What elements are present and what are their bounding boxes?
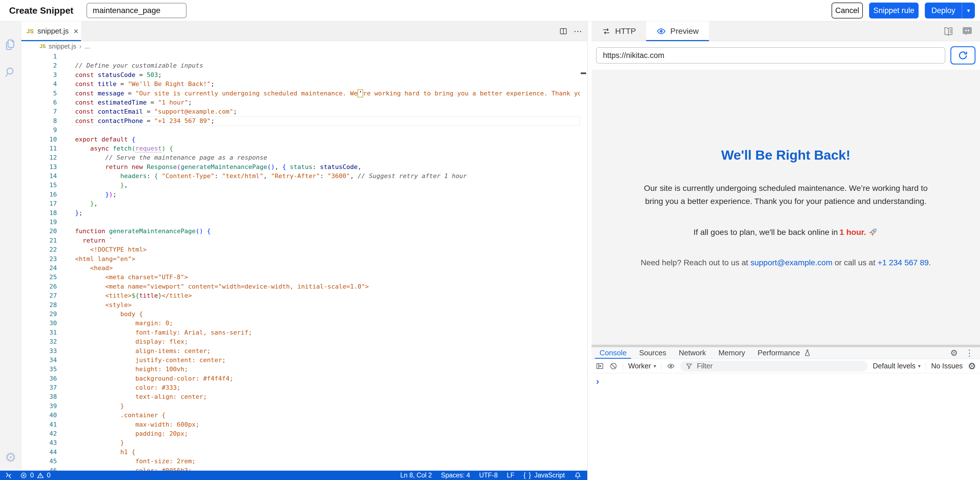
code-line[interactable]: 5const message = "Our site is currently … bbox=[21, 89, 587, 98]
code-line[interactable]: 43 } bbox=[21, 438, 587, 447]
tab-http[interactable]: HTTP bbox=[592, 21, 646, 41]
code-line[interactable]: 8const contactPhone = "+1 234 567 89"; bbox=[21, 116, 587, 125]
code-editor[interactable]: 12// Define your customizable inputs3con… bbox=[21, 51, 587, 470]
settings-gear-icon[interactable]: ⚙ bbox=[5, 451, 16, 464]
cursor-position[interactable]: Ln 8, Col 2 bbox=[400, 472, 432, 479]
code-line[interactable]: 15 }, bbox=[21, 181, 587, 190]
code-line[interactable]: 23<html lang="en"> bbox=[21, 255, 587, 264]
clear-console-icon[interactable] bbox=[609, 362, 618, 371]
code-line[interactable]: 42 padding: 20px; bbox=[21, 429, 587, 438]
code-line[interactable]: 39 } bbox=[21, 402, 587, 411]
code-line[interactable]: 24 <head> bbox=[21, 264, 587, 272]
code-line[interactable]: 46 color: #0056b3; bbox=[21, 466, 587, 470]
code-line[interactable]: 36 background-color: #f4f4f4; bbox=[21, 374, 587, 383]
funnel-filter-icon bbox=[686, 363, 693, 370]
code-line[interactable]: 11 async fetch(request) { bbox=[21, 144, 587, 153]
url-input[interactable] bbox=[596, 47, 945, 63]
code-line[interactable]: 25 <meta charset="UTF-8"> bbox=[21, 272, 587, 282]
code-line[interactable]: 13 return new Response(generateMaintenan… bbox=[21, 162, 587, 171]
filter-input[interactable] bbox=[696, 361, 862, 371]
code-line[interactable]: 34 justify-content: center; bbox=[21, 356, 587, 365]
code-line[interactable]: 22 <!DOCTYPE html> bbox=[21, 245, 587, 254]
code-line[interactable]: 21 return ` bbox=[21, 236, 587, 245]
code-line[interactable]: 17 }, bbox=[21, 199, 587, 208]
tab-preview[interactable]: Preview bbox=[646, 21, 709, 41]
code-line[interactable]: 29 body { bbox=[21, 310, 587, 319]
console-sidebar-icon[interactable] bbox=[595, 362, 604, 371]
console-context-selector[interactable]: Worker ▾ bbox=[628, 362, 656, 370]
code-line[interactable]: 45 font-size: 2rem; bbox=[21, 457, 587, 466]
code-line[interactable]: 1 bbox=[21, 52, 587, 61]
code-line[interactable]: 19 bbox=[21, 217, 587, 227]
code-line[interactable]: 20function generateMaintenancePage() { bbox=[21, 227, 587, 236]
code-line[interactable]: 10export default { bbox=[21, 135, 587, 144]
code-line[interactable]: 9 bbox=[21, 125, 587, 135]
code-line[interactable]: 32 display: flex; bbox=[21, 337, 587, 346]
code-line[interactable]: 4const title = "We'll Be Right Back!"; bbox=[21, 79, 587, 89]
support-email-link[interactable]: support@example.com bbox=[751, 258, 832, 267]
remote-indicator-icon[interactable] bbox=[5, 472, 13, 480]
refresh-button[interactable] bbox=[950, 46, 975, 65]
kebab-menu-icon[interactable]: ⋮ bbox=[965, 349, 974, 357]
code-line[interactable]: 37 color: #333; bbox=[21, 383, 587, 392]
files-icon[interactable] bbox=[4, 38, 17, 51]
breadcrumb-more[interactable]: ... bbox=[84, 43, 90, 50]
console-output[interactable]: › bbox=[592, 373, 980, 480]
notifications-bell-icon[interactable] bbox=[574, 472, 582, 479]
snippet-rule-button[interactable]: Snippet rule bbox=[869, 3, 919, 19]
phone-link[interactable]: +1 234 567 89 bbox=[878, 258, 929, 267]
close-tab-icon[interactable]: × bbox=[74, 27, 79, 35]
breadcrumb-file[interactable]: snippet.js bbox=[49, 43, 76, 50]
code-line[interactable]: 35 height: 100vh; bbox=[21, 365, 587, 374]
tab-snippet-js[interactable]: JS snippet.js × bbox=[21, 21, 81, 41]
code-line[interactable]: 14 headers: { "Content-Type": "text/html… bbox=[21, 171, 587, 181]
console-prompt-chevron[interactable]: › bbox=[596, 376, 599, 386]
cancel-button[interactable]: Cancel bbox=[832, 3, 863, 19]
code-line[interactable]: 16 }); bbox=[21, 190, 587, 199]
more-actions-icon[interactable]: ⋯ bbox=[574, 26, 583, 36]
issues-counter[interactable]: No Issues bbox=[931, 362, 963, 370]
devtools-splitter[interactable] bbox=[592, 345, 980, 347]
pane-divider[interactable] bbox=[587, 21, 592, 480]
devtools-tab-memory[interactable]: Memory bbox=[712, 347, 751, 359]
line-number: 16 bbox=[21, 190, 57, 199]
breadcrumb[interactable]: JS snippet.js › ... bbox=[21, 41, 587, 51]
snippet-name-input[interactable] bbox=[86, 3, 186, 18]
log-levels-selector[interactable]: Default levels ▾ bbox=[873, 362, 921, 370]
problems-indicator[interactable]: 0 0 bbox=[20, 472, 51, 479]
code-line[interactable]: 18}; bbox=[21, 209, 587, 217]
docs-book-icon[interactable] bbox=[943, 26, 954, 36]
code-line[interactable]: 28 <style> bbox=[21, 301, 587, 310]
discord-icon[interactable] bbox=[962, 26, 973, 36]
deploy-button[interactable]: Deploy bbox=[925, 3, 962, 19]
code-line[interactable]: 6const estimatedTime = "1 hour"; bbox=[21, 98, 587, 107]
indentation-setting[interactable]: Spaces: 4 bbox=[441, 472, 470, 479]
search-icon[interactable] bbox=[4, 66, 17, 79]
code-line[interactable]: 26 <meta name="viewport" content="width=… bbox=[21, 282, 587, 291]
devtools-tab-console[interactable]: Console bbox=[593, 347, 633, 359]
code-line[interactable]: 38 text-align: center; bbox=[21, 392, 587, 401]
code-line[interactable]: 33 align-items: center; bbox=[21, 347, 587, 356]
code-line[interactable]: 30 margin: 0; bbox=[21, 319, 587, 328]
devtools-tab-network[interactable]: Network bbox=[673, 347, 712, 359]
code-line[interactable]: 41 max-width: 600px; bbox=[21, 420, 587, 429]
code-line[interactable]: 40 .container { bbox=[21, 411, 587, 420]
code-line[interactable]: 27 <title>${title}</title> bbox=[21, 291, 587, 300]
language-mode[interactable]: { } JavaScript bbox=[523, 472, 565, 479]
code-line[interactable]: 2// Define your customizable inputs bbox=[21, 61, 587, 70]
code-line[interactable]: 7const contactEmail = "support@example.c… bbox=[21, 107, 587, 116]
split-editor-icon[interactable] bbox=[559, 27, 568, 36]
console-settings-gear-icon[interactable]: ⚙ bbox=[968, 361, 976, 371]
code-line[interactable]: 3const statusCode = 503; bbox=[21, 70, 587, 79]
encoding-setting[interactable]: UTF-8 bbox=[479, 472, 498, 479]
devtools-tab-sources[interactable]: Sources bbox=[633, 347, 672, 359]
eol-setting[interactable]: LF bbox=[507, 472, 514, 479]
code-line[interactable]: 31 font-family: Arial, sans-serif; bbox=[21, 328, 587, 337]
deploy-dropdown-button[interactable]: ▾ bbox=[962, 3, 975, 19]
devtools-settings-gear-icon[interactable]: ⚙ bbox=[950, 349, 958, 357]
code-line[interactable]: 12 // Serve the maintenance page as a re… bbox=[21, 153, 587, 162]
devtools-tab-performance[interactable]: Performance bbox=[751, 347, 818, 359]
live-expression-eye-icon[interactable] bbox=[667, 362, 675, 371]
code-line[interactable]: 44 h1 { bbox=[21, 448, 587, 457]
editor-overview-ruler[interactable] bbox=[580, 51, 587, 470]
